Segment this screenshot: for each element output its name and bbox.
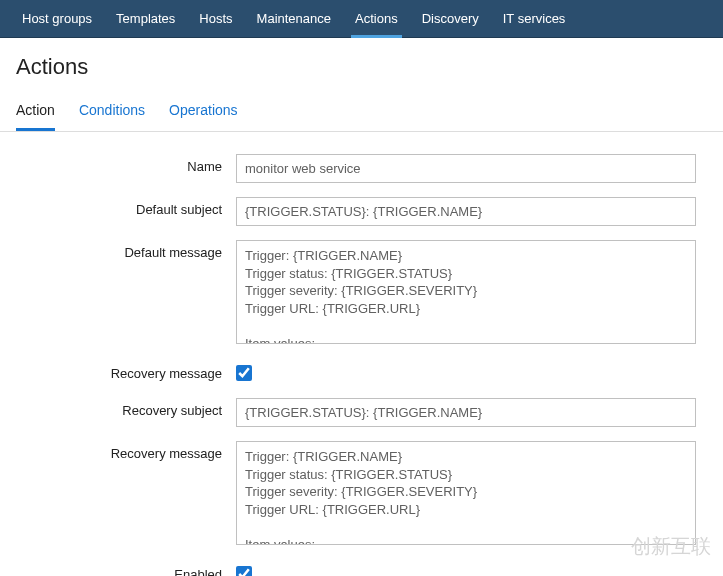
nav-templates[interactable]: Templates — [104, 0, 187, 38]
recovery-subject-label: Recovery subject — [16, 398, 236, 418]
default-message-textarea[interactable] — [236, 240, 696, 344]
default-subject-label: Default subject — [16, 197, 236, 217]
recovery-message-label: Recovery message — [16, 441, 236, 461]
recovery-message-textarea[interactable] — [236, 441, 696, 545]
name-input[interactable] — [236, 154, 696, 183]
recovery-message-checkbox[interactable] — [236, 365, 252, 381]
nav-it-services[interactable]: IT services — [491, 0, 578, 38]
nav-hosts[interactable]: Hosts — [187, 0, 244, 38]
tab-operations[interactable]: Operations — [169, 92, 237, 131]
default-subject-input[interactable] — [236, 197, 696, 226]
nav-maintenance[interactable]: Maintenance — [245, 0, 343, 38]
name-label: Name — [16, 154, 236, 174]
enabled-checkbox[interactable] — [236, 566, 252, 576]
tab-bar: Action Conditions Operations — [0, 92, 723, 132]
nav-actions[interactable]: Actions — [343, 0, 410, 38]
tab-conditions[interactable]: Conditions — [79, 92, 145, 131]
tab-action[interactable]: Action — [16, 92, 55, 131]
recovery-subject-input[interactable] — [236, 398, 696, 427]
nav-discovery[interactable]: Discovery — [410, 0, 491, 38]
top-navigation: Host groups Templates Hosts Maintenance … — [0, 0, 723, 38]
action-form: Name Default subject Default message Rec… — [0, 132, 723, 576]
recovery-message-check-label: Recovery message — [16, 361, 236, 381]
default-message-label: Default message — [16, 240, 236, 260]
page-title: Actions — [0, 38, 723, 92]
enabled-label: Enabled — [16, 562, 236, 576]
nav-host-groups[interactable]: Host groups — [10, 0, 104, 38]
